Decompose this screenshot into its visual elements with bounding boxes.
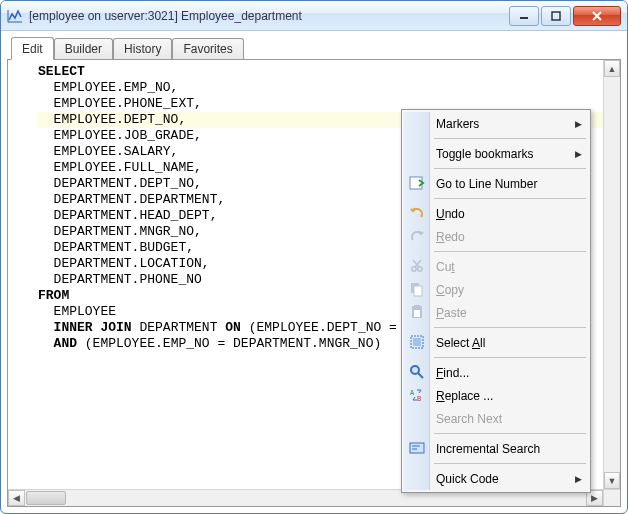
window: [employee on userver:3021] Employee_depa… xyxy=(0,0,628,514)
menu-separator xyxy=(434,463,586,464)
menu-item-go-to-line-number[interactable]: Go to Line Number xyxy=(404,172,588,195)
menu-item-label: Cut xyxy=(436,260,455,274)
menu-item-replace[interactable]: ABReplace ... xyxy=(404,384,588,407)
menu-separator xyxy=(434,168,586,169)
undo-icon xyxy=(409,205,425,221)
close-button[interactable] xyxy=(573,6,621,26)
scrollbar-corner xyxy=(603,489,620,506)
menu-item-label: Replace ... xyxy=(436,389,493,403)
svg-text:B: B xyxy=(417,395,421,403)
menu-item-find[interactable]: Find... xyxy=(404,361,588,384)
submenu-arrow-icon: ▶ xyxy=(575,149,582,159)
scroll-down-button[interactable]: ▼ xyxy=(604,472,620,489)
menu-separator xyxy=(434,251,586,252)
menu-item-label: Redo xyxy=(436,230,465,244)
scroll-left-button[interactable]: ◀ xyxy=(8,490,25,506)
menu-item-label: Search Next xyxy=(436,412,502,426)
menu-item-label: Select All xyxy=(436,336,485,350)
maximize-button[interactable] xyxy=(541,6,571,26)
menu-item-label: Go to Line Number xyxy=(436,177,537,191)
copy-icon xyxy=(409,281,425,297)
svg-rect-14 xyxy=(414,305,420,308)
incremental-search-icon xyxy=(409,440,425,456)
svg-rect-22 xyxy=(410,443,424,453)
horizontal-scroll-thumb[interactable] xyxy=(26,491,66,505)
redo-icon xyxy=(409,228,425,244)
menu-item-label: Markers xyxy=(436,117,479,131)
menu-item-label: Find... xyxy=(436,366,469,380)
menu-item-label: Paste xyxy=(436,306,467,320)
menu-item-label: Undo xyxy=(436,207,465,221)
submenu-arrow-icon: ▶ xyxy=(575,474,582,484)
menu-item-paste: Paste xyxy=(404,301,588,324)
menu-item-label: Toggle bookmarks xyxy=(436,147,533,161)
menu-separator xyxy=(434,138,586,139)
svg-rect-17 xyxy=(413,338,421,346)
menu-item-markers[interactable]: Markers▶ xyxy=(404,112,588,135)
code-line[interactable]: EMPLOYEE.EMP_NO, xyxy=(38,80,603,96)
svg-point-18 xyxy=(411,366,419,374)
window-title: [employee on userver:3021] Employee_depa… xyxy=(29,9,507,23)
menu-item-search-next: Search Next xyxy=(404,407,588,430)
tab-favorites[interactable]: Favorites xyxy=(172,38,243,59)
replace-icon: AB xyxy=(409,387,425,403)
cut-icon xyxy=(409,258,425,274)
vertical-scrollbar[interactable]: ▲ ▼ xyxy=(603,60,620,489)
menu-item-toggle-bookmarks[interactable]: Toggle bookmarks▶ xyxy=(404,142,588,165)
svg-text:A: A xyxy=(410,389,415,397)
menu-item-incremental-search[interactable]: Incremental Search xyxy=(404,437,588,460)
menu-item-label: Quick Code xyxy=(436,472,499,486)
menu-item-label: Incremental Search xyxy=(436,442,540,456)
menu-item-select-all[interactable]: Select All xyxy=(404,331,588,354)
code-line[interactable]: SELECT xyxy=(38,64,603,80)
svg-rect-15 xyxy=(414,310,420,317)
goto-icon xyxy=(409,175,425,191)
menu-separator xyxy=(434,198,586,199)
tab-history[interactable]: History xyxy=(113,38,172,59)
menu-item-undo[interactable]: Undo xyxy=(404,202,588,225)
minimize-button[interactable] xyxy=(509,6,539,26)
menu-item-label: Copy xyxy=(436,283,464,297)
find-icon xyxy=(409,364,425,380)
svg-rect-12 xyxy=(414,286,422,296)
select-all-icon xyxy=(409,334,425,350)
menu-separator xyxy=(434,357,586,358)
menu-item-redo: Redo xyxy=(404,225,588,248)
svg-rect-3 xyxy=(552,12,560,20)
paste-icon xyxy=(409,304,425,320)
svg-line-19 xyxy=(418,373,423,378)
scroll-up-button[interactable]: ▲ xyxy=(604,60,620,77)
app-icon xyxy=(7,8,23,24)
menu-item-quick-code[interactable]: Quick Code▶ xyxy=(404,467,588,490)
window-controls xyxy=(507,6,621,26)
menu-separator xyxy=(434,433,586,434)
tab-edit[interactable]: Edit xyxy=(11,37,54,60)
submenu-arrow-icon: ▶ xyxy=(575,119,582,129)
tabstrip: EditBuilderHistoryFavorites xyxy=(7,37,621,59)
menu-separator xyxy=(434,327,586,328)
menu-item-copy: Copy xyxy=(404,278,588,301)
tab-builder[interactable]: Builder xyxy=(54,38,113,59)
menu-item-cut: Cut xyxy=(404,255,588,278)
context-menu: Markers▶Toggle bookmarks▶Go to Line Numb… xyxy=(401,109,591,493)
svg-rect-6 xyxy=(410,177,422,189)
titlebar[interactable]: [employee on userver:3021] Employee_depa… xyxy=(1,1,627,31)
